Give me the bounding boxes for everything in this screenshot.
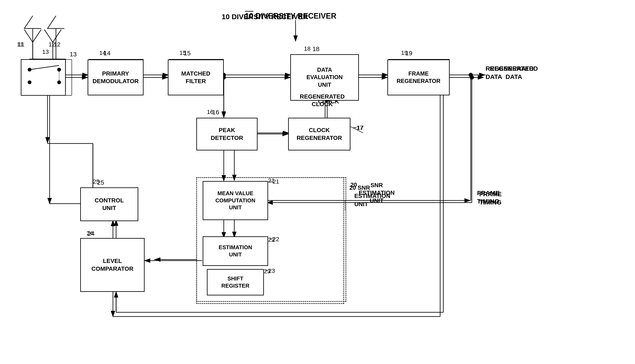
svg-rect-8: [30, 59, 66, 91]
svg-line-7: [53, 30, 61, 42]
svg-point-9: [35, 66, 39, 69]
diversity-receiver-title: 10 DIVERSITY RECEIVER: [245, 12, 336, 20]
lbl-22: ~22: [269, 236, 279, 243]
control-unit: CONTROLUNIT: [80, 188, 138, 221]
lbl-14: 14: [104, 50, 110, 57]
svg-point-57: [28, 80, 32, 84]
lbl-16: 16: [212, 109, 219, 116]
lbl-17: ~17: [353, 124, 363, 131]
svg-point-13: [59, 70, 62, 74]
svg-line-4: [33, 30, 41, 42]
shift-register: SHIFTREGISTER: [207, 269, 264, 296]
lbl-11: 11: [18, 41, 25, 48]
svg-point-31: [469, 73, 473, 77]
primary-demodulator: PRIMARYDEMODULATOR: [88, 60, 144, 96]
regenerated-data: REGENERATEDDATA: [485, 64, 534, 81]
lbl-24: 24: [88, 230, 95, 237]
label-13: 13: [42, 48, 49, 55]
svg-point-14: [59, 80, 62, 84]
lbl-15: 15: [184, 50, 191, 57]
frame-timing: FRAMETIMING: [477, 189, 500, 205]
clock-regenerator: CLOCKREGENERATOR: [288, 118, 350, 150]
lbl-23: ~23: [265, 268, 275, 274]
regenerated-clock: REGENERATEDCLOCK: [300, 93, 345, 108]
svg-line-60: [30, 66, 59, 70]
lbl-19: 19: [405, 50, 412, 57]
svg-line-11: [37, 64, 60, 68]
svg-line-6: [44, 30, 53, 42]
lbl-13: 13: [70, 51, 77, 58]
estimation-unit: ESTIMATIONUNIT: [203, 236, 268, 266]
mean-value-computation: MEAN VALUECOMPUTATIONUNIT: [203, 181, 268, 220]
lbl-18: 18: [312, 45, 319, 52]
svg-point-58: [57, 68, 61, 72]
svg-line-3: [24, 30, 33, 42]
svg-point-59: [57, 80, 61, 84]
lbl-12: 12: [54, 41, 60, 48]
level-comparator: LEVELCOMPARATOR: [80, 238, 145, 292]
lbl-21: ~21: [269, 178, 279, 185]
svg-point-10: [35, 78, 39, 81]
svg-point-77: [470, 75, 474, 80]
snr-estimation-unit-label: 20 SNR ESTIMATION UNIT: [349, 184, 390, 208]
svg-point-56: [28, 68, 32, 72]
svg-rect-55: [21, 60, 66, 96]
frame-regenerator: FRAMEREGENERATOR: [387, 60, 450, 96]
label-18: 18: [304, 45, 311, 52]
lbl-25: 25: [97, 179, 104, 186]
peak-detector: PEAKDETECTOR: [196, 118, 258, 150]
matched-filter: MATCHEDFILTER: [168, 60, 224, 96]
